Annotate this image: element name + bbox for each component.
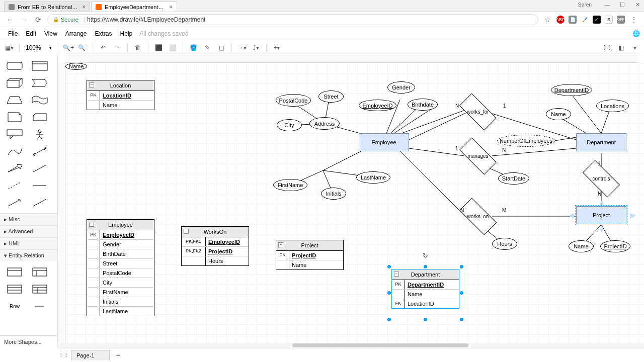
add-page-button[interactable]: +	[111, 349, 125, 361]
arrow-handle-up-icon[interactable]: ▲	[598, 198, 605, 206]
window-close-icon[interactable]: ✕	[634, 1, 641, 8]
insert-dropdown[interactable]: +▾	[271, 42, 283, 54]
delete-icon[interactable]: 🗑	[132, 42, 144, 54]
sidebar-cat-misc[interactable]: ▸ Misc	[0, 213, 57, 225]
shape-callout[interactable]	[2, 126, 27, 143]
er-shape-entity[interactable]	[2, 263, 27, 281]
undo-icon[interactable]: ↶	[97, 42, 109, 54]
menu-edit[interactable]: Edit	[22, 28, 40, 39]
shape-tape[interactable]	[27, 92, 52, 109]
view-dropdown[interactable]: ▦▾	[3, 42, 15, 54]
rel-works-on[interactable]: works_on	[460, 208, 496, 225]
er-shape-entity2[interactable]	[27, 263, 52, 281]
browser-tab-active[interactable]: EmployeeDepartment - c ×	[91, 2, 177, 12]
arrow-handle-left-icon[interactable]: ◀	[569, 211, 574, 219]
ext-off-icon[interactable]: OFF	[617, 16, 625, 24]
entity-employee[interactable]: Employee	[359, 133, 409, 151]
bookmark-star-icon[interactable]: ☆	[542, 15, 552, 25]
browser-menu-icon[interactable]: ⋮	[629, 15, 639, 25]
shadow-icon[interactable]: ▢	[215, 42, 227, 54]
shape-note[interactable]	[2, 109, 27, 126]
er-shape-table[interactable]	[2, 281, 27, 298]
table-workson[interactable]: −WorksOn PK,FK1EmployeeID PK,FK2ProjectI…	[181, 226, 249, 266]
shape-cube[interactable]	[2, 74, 27, 92]
attr-gender[interactable]: Gender	[387, 81, 415, 94]
menu-help[interactable]: Help	[116, 28, 137, 39]
attr-employeeid[interactable]: EmployeeID	[359, 100, 396, 111]
shape-trapezoid[interactable]	[2, 92, 27, 109]
table-employee[interactable]: −Employee PKEmployeeID Gender BirthDate …	[87, 219, 154, 316]
page-tab[interactable]: Page-1	[71, 350, 110, 360]
attr-name-proj[interactable]: Name	[569, 240, 594, 252]
attr-address[interactable]: Address	[309, 117, 340, 130]
window-minimize-icon[interactable]: —	[604, 1, 611, 8]
attr-departmentid[interactable]: DepartmentID	[551, 84, 592, 96]
shape-dashed[interactable]	[2, 177, 27, 194]
shape-step[interactable]	[27, 74, 52, 92]
ext-brush-icon[interactable]: 🖌️	[581, 16, 589, 24]
attr-name-emp[interactable]: Name	[65, 63, 87, 70]
rotate-handle-icon[interactable]: ↻	[423, 252, 428, 259]
zoom-in-icon[interactable]: 🔍+	[62, 42, 74, 54]
window-maximize-icon[interactable]: ☐	[619, 1, 626, 8]
close-icon[interactable]: ×	[169, 4, 173, 11]
menu-extras[interactable]: Extras	[91, 28, 116, 39]
attr-firstname[interactable]: FirstName	[273, 179, 307, 191]
drawing-canvas[interactable]: Employee Department Project ◀ ▶ ▲ ▼ Post…	[65, 63, 644, 348]
browser-user[interactable]: Søren	[578, 2, 592, 8]
entity-  project[interactable]: Project	[576, 206, 626, 224]
format-panel-icon[interactable]: ◧	[615, 42, 627, 54]
horizontal-scrollbar[interactable]	[58, 343, 644, 348]
shape-container[interactable]	[27, 57, 52, 74]
attr-name-dept[interactable]: Name	[546, 108, 571, 120]
zoom-input[interactable]: 100%▾	[24, 43, 54, 52]
collapse-icon[interactable]: ▾	[629, 42, 641, 54]
ext-s-icon[interactable]: S	[605, 16, 613, 24]
to-front-icon[interactable]: ⬛	[152, 42, 165, 54]
fill-icon[interactable]: 🪣	[187, 42, 199, 54]
menu-arrange[interactable]: Arrange	[61, 28, 91, 39]
shape-curve[interactable]	[2, 143, 27, 160]
fullscreen-icon[interactable]: ⛶	[601, 42, 613, 54]
rel-controls[interactable]: controls	[584, 170, 619, 188]
attr-projectid[interactable]: ProjectID	[600, 240, 630, 252]
rel-works-for[interactable]: works_for	[460, 103, 496, 121]
ext-pdf-icon[interactable]: 📄	[569, 16, 577, 24]
redo-icon[interactable]: ↷	[111, 42, 123, 54]
waypoint-dropdown[interactable]: ⤴▾	[250, 42, 262, 54]
shape-line-simple[interactable]	[27, 194, 52, 211]
shape-arrow-line[interactable]	[2, 194, 27, 211]
arrow-handle-down-icon[interactable]: ▼	[598, 226, 605, 234]
er-shape-table2[interactable]	[27, 281, 52, 298]
browser-tab-inactive[interactable]: From ER to Relational M… ×	[4, 2, 90, 12]
shape-line-thin[interactable]	[27, 177, 52, 194]
more-shapes-button[interactable]: More Shapes...	[0, 335, 57, 348]
table-project[interactable]: −Project PKProjectID Name	[276, 240, 344, 270]
attr-postalcode[interactable]: PostalCode	[276, 94, 311, 107]
attr-hours[interactable]: Hours	[492, 238, 517, 250]
attr-lastname[interactable]: LastName	[356, 171, 390, 184]
stroke-icon[interactable]: ✎	[201, 42, 213, 54]
sidebar-cat-advanced[interactable]: ▸ Advanced	[0, 225, 57, 237]
shape-rounded-rect[interactable]	[2, 57, 27, 74]
attr-city[interactable]: City	[277, 119, 302, 131]
close-icon[interactable]: ×	[82, 4, 86, 11]
attr-numberofemployees[interactable]: NumberOfEmployees	[497, 135, 555, 147]
er-shape-row[interactable]: Row	[2, 298, 27, 315]
shape-card[interactable]	[27, 109, 52, 126]
to-back-icon[interactable]: ⬜	[167, 42, 179, 54]
ext-check-icon[interactable]: ✓	[593, 16, 601, 24]
attr-street[interactable]: Street	[318, 90, 344, 103]
table-department[interactable]: −Department PKDepartmentID Name FKLocati…	[391, 269, 459, 309]
ext-abp-icon[interactable]: ABP	[556, 16, 565, 24]
page-menu-icon[interactable]: ⋮⋮	[61, 352, 67, 358]
menu-view[interactable]: View	[40, 28, 61, 39]
shape-actor[interactable]	[27, 126, 52, 143]
forward-icon[interactable]: →	[19, 15, 29, 25]
shape-bi-arrow[interactable]	[27, 143, 52, 160]
connection-dropdown[interactable]: →▾	[236, 42, 248, 54]
back-icon[interactable]: ←	[5, 15, 15, 25]
table-location[interactable]: −Location PKLocationID Name	[87, 80, 154, 110]
sidebar-cat-er[interactable]: ▾ Entity Relation	[0, 249, 57, 261]
attr-initials[interactable]: Initials	[321, 188, 346, 200]
